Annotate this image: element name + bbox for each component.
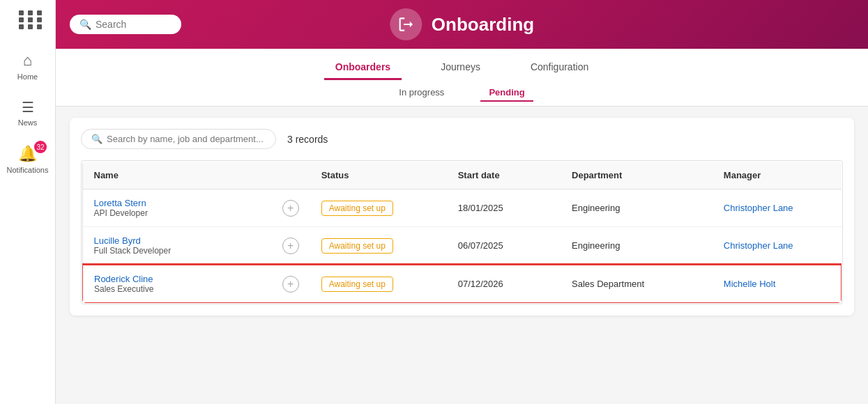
employee-job-title: API Developer <box>94 208 148 218</box>
home-icon: ⌂ <box>23 52 32 70</box>
cell-department-1: Engineering <box>561 227 713 265</box>
content-area: 🔍 3 records Name Status Start date Depar… <box>56 107 868 404</box>
cell-department-0: Engineering <box>561 189 713 227</box>
table-header-row: Name Status Start date Department Manage… <box>82 162 842 189</box>
records-count: 3 records <box>287 134 328 145</box>
cell-name-0: Loretta Stern API Developer + <box>82 189 310 227</box>
sidebar-item-news[interactable]: ☰ News <box>0 93 55 132</box>
cell-start-date-0: 18/01/2025 <box>447 189 561 227</box>
manager-name-link[interactable]: Christopher Lane <box>724 240 793 251</box>
employee-name-link[interactable]: Lucille Byrd <box>94 235 172 246</box>
data-table-wrapper: Name Status Start date Department Manage… <box>81 160 843 304</box>
add-record-button[interactable]: + <box>282 276 299 293</box>
apps-grid-icon[interactable] <box>15 7 40 32</box>
tab-configuration[interactable]: Configuration <box>519 56 600 80</box>
manager-name-link[interactable]: Michelle Holt <box>724 279 775 289</box>
cell-name-1: Lucille Byrd Full Stack Developer + <box>82 227 310 265</box>
sidebar-item-notifications[interactable]: 🔔 32 Notifications <box>0 139 55 180</box>
notification-badge-count: 32 <box>34 141 47 153</box>
topbar: 🔍 Onboarding <box>56 0 868 49</box>
filter-search-icon: 🔍 <box>91 134 102 144</box>
sidebar-item-home-label: Home <box>17 72 38 81</box>
col-header-department: Department <box>561 162 713 189</box>
data-table: Name Status Start date Department Manage… <box>82 161 842 304</box>
sub-tabs-row: In progress Pending <box>56 80 868 106</box>
table-row: Lucille Byrd Full Stack Developer + Awai… <box>82 227 842 265</box>
cell-status-0: Awaiting set up <box>310 189 447 227</box>
app-title: Onboarding <box>432 14 534 36</box>
subtab-pending[interactable]: Pending <box>480 84 533 102</box>
content-card: 🔍 3 records Name Status Start date Depar… <box>70 118 854 316</box>
employee-job-title: Sales Executive <box>94 284 153 294</box>
tab-onboarders[interactable]: Onboarders <box>324 56 402 80</box>
col-header-start-date: Start date <box>447 162 561 189</box>
cell-status-2: Awaiting set up <box>310 265 447 303</box>
global-search-box[interactable]: 🔍 <box>70 15 181 34</box>
cell-name-2: Roderick Cline Sales Executive + <box>82 265 310 303</box>
cell-manager-2: Michelle Holt <box>713 265 842 303</box>
main-area: 🔍 Onboarding Onboarders Journeys Configu… <box>56 0 868 404</box>
tabs-bar: Onboarders Journeys Configuration In pro… <box>56 49 868 107</box>
status-badge: Awaiting set up <box>321 238 393 254</box>
table-row: Loretta Stern API Developer + Awaiting s… <box>82 189 842 227</box>
employee-name-link[interactable]: Loretta Stern <box>94 198 148 208</box>
status-badge: Awaiting set up <box>321 277 393 292</box>
table-row: Roderick Cline Sales Executive + Awaitin… <box>82 265 842 303</box>
search-icon: 🔍 <box>79 19 91 30</box>
sidebar: ⌂ Home ☰ News 🔔 32 Notifications <box>0 0 56 404</box>
employee-job-title: Full Stack Developer <box>94 246 172 256</box>
cell-start-date-2: 07/12/2026 <box>447 265 561 303</box>
sidebar-item-notifications-label: Notifications <box>7 166 49 174</box>
cell-status-1: Awaiting set up <box>310 227 447 265</box>
col-header-name: Name <box>82 162 310 189</box>
sidebar-item-home[interactable]: ⌂ Home <box>0 46 55 86</box>
content-toolbar: 🔍 3 records <box>81 129 843 149</box>
add-record-button[interactable]: + <box>282 200 299 217</box>
subtab-in-progress[interactable]: In progress <box>390 84 452 102</box>
filter-search-input[interactable] <box>107 134 266 144</box>
status-badge: Awaiting set up <box>321 201 393 216</box>
global-search-input[interactable] <box>96 19 179 30</box>
employee-name-link[interactable]: Roderick Cline <box>94 274 153 284</box>
col-header-manager: Manager <box>713 162 842 189</box>
col-header-status: Status <box>310 162 447 189</box>
cell-department-2: Sales Department <box>561 265 713 303</box>
main-tabs-row: Onboarders Journeys Configuration <box>56 49 868 80</box>
cell-manager-1: Christopher Lane <box>713 227 842 265</box>
cell-start-date-1: 06/07/2025 <box>447 227 561 265</box>
add-record-button[interactable]: + <box>282 238 299 254</box>
filter-search-box[interactable]: 🔍 <box>81 129 276 149</box>
tab-journeys[interactable]: Journeys <box>429 56 492 80</box>
onboarding-app-icon <box>390 8 422 40</box>
cell-manager-0: Christopher Lane <box>713 189 842 227</box>
news-icon: ☰ <box>22 99 34 116</box>
sidebar-item-news-label: News <box>18 118 38 127</box>
topbar-brand: Onboarding <box>390 8 534 40</box>
manager-name-link[interactable]: Christopher Lane <box>724 203 793 213</box>
